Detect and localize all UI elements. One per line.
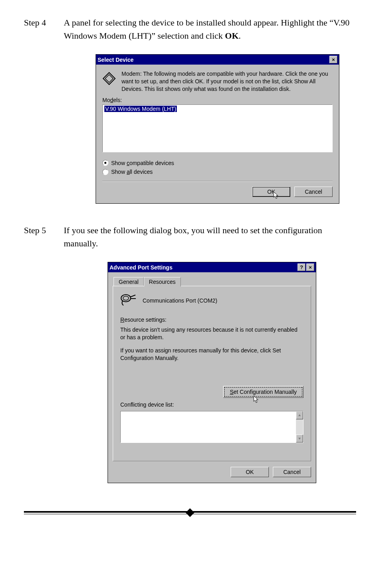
set-configuration-button[interactable]: Set Configuration Manually	[223, 386, 304, 398]
radio-icon	[102, 160, 108, 166]
step4-body: A panel for selecting the device to be i…	[64, 16, 356, 42]
svg-marker-6	[186, 508, 194, 517]
select-device-titlebar: Select Device ×	[96, 55, 339, 65]
help-button[interactable]: ?	[298, 264, 306, 271]
advanced-port-titlebar: Advanced Port Settings ? ×	[108, 262, 316, 272]
list-item[interactable]: V.90 Windows Modem (LHT)	[104, 106, 177, 112]
port-icon	[120, 293, 136, 307]
select-device-title: Select Device	[98, 57, 329, 63]
advanced-port-title: Advanced Port Settings	[110, 264, 297, 271]
diamond-icon	[185, 507, 195, 519]
cursor-icon	[273, 191, 280, 201]
step5-label: Step 5	[24, 224, 64, 237]
resource-settings-label: Resource settings:	[120, 316, 304, 324]
step4-label: Step 4	[24, 16, 64, 29]
close-button[interactable]: ×	[306, 264, 314, 271]
conflict-list-label: Conflicting device list:	[120, 401, 304, 409]
resource-settings-para2: If you want to assign resources manually…	[120, 347, 304, 362]
cancel-button[interactable]: Cancel	[294, 187, 333, 197]
ok-button[interactable]: OK	[252, 187, 290, 197]
footer-divider	[24, 511, 356, 527]
tab-panel-resources: Communications Port (COM2) Resource sett…	[113, 286, 311, 461]
scrollbar	[296, 411, 303, 442]
svg-point-3	[123, 296, 129, 300]
tab-general[interactable]: General	[114, 277, 144, 286]
cancel-button[interactable]: Cancel	[273, 467, 311, 477]
radio-all[interactable]: Show all devices	[102, 167, 333, 176]
radio-icon	[102, 169, 108, 175]
radio-compatible-label: Show compatible devices	[111, 159, 174, 167]
step4-text-after: .	[239, 31, 241, 41]
modem-icon	[102, 72, 116, 85]
select-device-dialog: Select Device × Modem: The following mod…	[96, 54, 339, 204]
advanced-port-dialog: Advanced Port Settings ? × General Resou…	[108, 262, 316, 483]
cancel-button-label: Cancel	[283, 469, 301, 475]
models-label: Models:	[102, 97, 333, 103]
scroll-down-button	[296, 435, 303, 442]
ok-button[interactable]: OK	[231, 467, 269, 477]
cursor-icon	[253, 395, 260, 405]
models-listbox[interactable]: V.90 Windows Modem (LHT)	[102, 104, 333, 152]
close-button[interactable]: ×	[329, 56, 337, 63]
tab-resources[interactable]: Resources	[144, 277, 181, 287]
close-icon: ×	[332, 57, 335, 63]
separator	[102, 181, 333, 182]
step5-body: If you see the following dialog box, you…	[64, 224, 356, 250]
radio-all-label: Show all devices	[111, 167, 153, 176]
step4-paragraph: Step 4 A panel for selecting the device …	[24, 16, 356, 42]
ok-button-label: OK	[246, 469, 254, 475]
scroll-up-button	[296, 411, 303, 419]
set-configuration-label: Set Configuration Manually	[230, 389, 297, 395]
step5-paragraph: Step 5 If you see the following dialog b…	[24, 224, 356, 250]
radio-compatible[interactable]: Show compatible devices	[102, 159, 333, 167]
cancel-button-label: Cancel	[305, 189, 322, 195]
close-icon: ×	[309, 264, 312, 270]
step4-text-before: A panel for selecting the device to be i…	[64, 18, 349, 41]
conflict-listbox	[120, 411, 304, 443]
help-icon: ?	[300, 264, 303, 270]
port-name: Communications Port (COM2)	[143, 297, 217, 304]
select-device-description: Modem: The following models are compatib…	[121, 70, 333, 93]
svg-marker-5	[298, 438, 301, 440]
svg-marker-4	[298, 414, 301, 416]
step4-bold-ok: OK	[225, 31, 239, 41]
resource-settings-para1: This device isn't using any resources be…	[120, 326, 304, 341]
